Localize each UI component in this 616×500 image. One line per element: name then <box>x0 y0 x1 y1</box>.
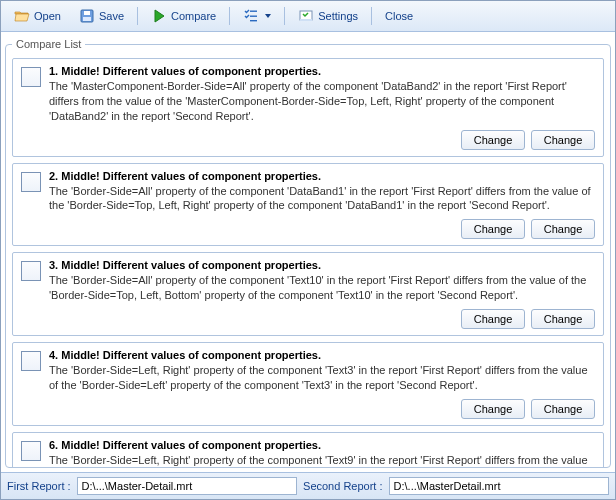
change-button[interactable]: Change <box>531 309 595 329</box>
compare-entry: 3. Middle! Different values of component… <box>12 252 604 336</box>
chevron-down-icon <box>265 14 271 18</box>
entry-checkbox[interactable] <box>21 261 41 281</box>
settings-button[interactable]: Settings <box>291 5 365 27</box>
svg-rect-5 <box>250 20 257 21</box>
toolbar-separator <box>371 7 372 25</box>
compare-list-group: Compare List 1. Middle! Different values… <box>5 38 611 468</box>
compare-entry: 6. Middle! Different values of component… <box>12 432 604 468</box>
main-area: Compare List 1. Middle! Different values… <box>1 32 615 472</box>
svg-rect-3 <box>250 11 257 12</box>
svg-rect-1 <box>84 11 90 15</box>
compare-entry: 1. Middle! Different values of component… <box>12 58 604 157</box>
entry-title: 1. Middle! Different values of component… <box>49 65 595 77</box>
entry-description: The 'MasterComponent-Border-Side=All' pr… <box>49 79 595 124</box>
open-folder-icon <box>14 8 30 24</box>
second-report-label: Second Report : <box>303 480 383 492</box>
first-report-label: First Report : <box>7 480 71 492</box>
entry-actions: ChangeChange <box>21 219 595 239</box>
entry-checkbox[interactable] <box>21 172 41 192</box>
entry-title: 6. Middle! Different values of component… <box>49 439 595 451</box>
entry-description: The 'Border-Side=All' property of the co… <box>49 273 595 303</box>
svg-rect-7 <box>300 19 312 21</box>
open-label: Open <box>34 10 61 22</box>
save-icon <box>79 8 95 24</box>
toolbar-separator <box>229 7 230 25</box>
entry-title: 2. Middle! Different values of component… <box>49 170 595 182</box>
save-button[interactable]: Save <box>72 5 131 27</box>
entry-description: The 'Border-Side=All' property of the co… <box>49 184 595 214</box>
settings-label: Settings <box>318 10 358 22</box>
first-report-path[interactable]: D:\...\Master-Detail.mrt <box>77 477 297 495</box>
change-button[interactable]: Change <box>531 219 595 239</box>
toolbar: Open Save Compare Settings <box>1 1 615 32</box>
entry-description: The 'Border-Side=Left, Right' property o… <box>49 453 595 468</box>
play-icon <box>151 8 167 24</box>
status-bar: First Report : D:\...\Master-Detail.mrt … <box>1 472 615 499</box>
entry-actions: ChangeChange <box>21 309 595 329</box>
change-button[interactable]: Change <box>461 399 525 419</box>
open-button[interactable]: Open <box>7 5 68 27</box>
settings-icon <box>298 8 314 24</box>
compare-entry: 4. Middle! Different values of component… <box>12 342 604 426</box>
entry-checkbox[interactable] <box>21 351 41 371</box>
change-button[interactable]: Change <box>461 309 525 329</box>
entry-actions: ChangeChange <box>21 399 595 419</box>
close-button[interactable]: Close <box>378 7 420 25</box>
svg-rect-4 <box>250 16 257 17</box>
second-report-path[interactable]: D:\...\MasterDetail.mrt <box>389 477 609 495</box>
entry-checkbox[interactable] <box>21 67 41 87</box>
change-button[interactable]: Change <box>531 130 595 150</box>
checklist-icon <box>243 8 259 24</box>
save-label: Save <box>99 10 124 22</box>
entry-checkbox[interactable] <box>21 441 41 461</box>
checklist-button[interactable] <box>236 5 278 27</box>
compare-button[interactable]: Compare <box>144 5 223 27</box>
change-button[interactable]: Change <box>461 130 525 150</box>
compare-label: Compare <box>171 10 216 22</box>
entry-description: The 'Border-Side=Left, Right' property o… <box>49 363 595 393</box>
close-label: Close <box>385 10 413 22</box>
entry-title: 4. Middle! Different values of component… <box>49 349 595 361</box>
toolbar-separator <box>137 7 138 25</box>
entry-title: 3. Middle! Different values of component… <box>49 259 595 271</box>
change-button[interactable]: Change <box>461 219 525 239</box>
entry-actions: ChangeChange <box>21 130 595 150</box>
compare-entry: 2. Middle! Different values of component… <box>12 163 604 247</box>
svg-rect-2 <box>83 17 91 21</box>
toolbar-separator <box>284 7 285 25</box>
compare-list-title: Compare List <box>12 38 85 50</box>
change-button[interactable]: Change <box>531 399 595 419</box>
